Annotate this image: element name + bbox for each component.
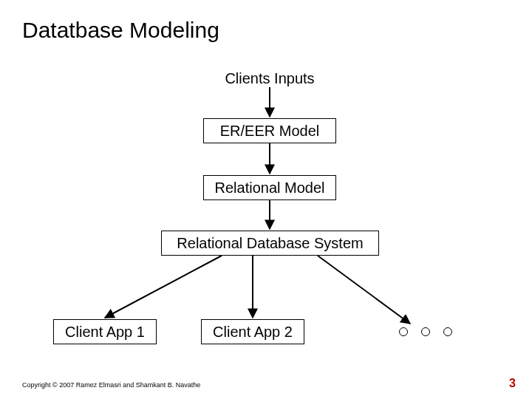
er-eer-box: ER/EER Model [203,118,336,143]
svg-line-3 [105,256,222,318]
svg-line-5 [318,256,410,324]
relational-model-box: Relational Model [203,175,336,200]
page-number: 3 [509,377,516,390]
ellipsis-dot [421,327,430,336]
clients-inputs-label: Clients Inputs [214,70,325,87]
relational-db-system-box: Relational Database System [161,231,379,256]
ellipsis-dot [443,327,452,336]
client-app-1-box: Client App 1 [53,319,157,344]
slide-title: Datatbase Modeling [22,18,219,43]
client-app-2-box: Client App 2 [201,319,304,344]
ellipsis-dot [399,327,408,336]
copyright-footer: Copyright © 2007 Ramez Elmasri and Shamk… [22,381,200,389]
